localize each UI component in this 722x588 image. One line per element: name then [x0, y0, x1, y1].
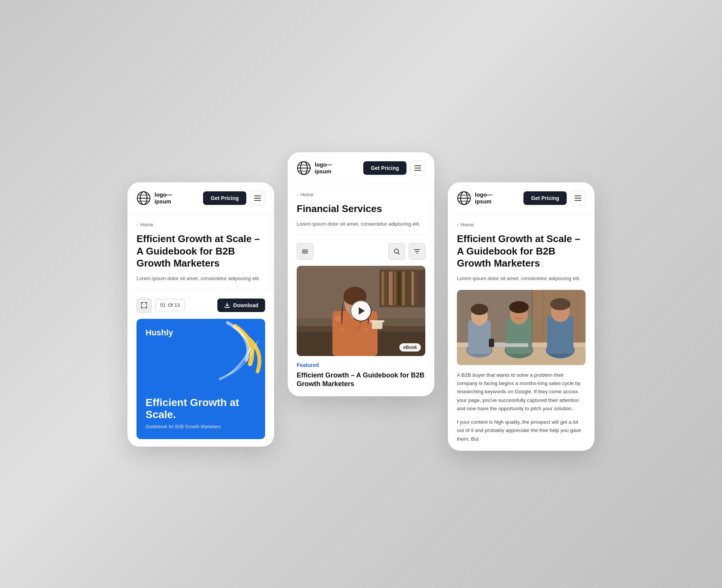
pricing-button-2[interactable]: Get Pricing: [363, 161, 407, 175]
logo-text-3: logo— ipsum: [475, 191, 493, 205]
logo-text-2: logo— ipsum: [315, 161, 332, 175]
search-button[interactable]: [388, 243, 405, 260]
logo-text-1: logo— ipsum: [155, 191, 172, 205]
play-button[interactable]: [350, 300, 372, 321]
expand-icon-1: [141, 302, 147, 308]
article-paragraph-2: f your content is high quality, the pros…: [457, 418, 585, 443]
filter-icon: [414, 248, 420, 255]
globe-icon-3: [457, 191, 471, 205]
phone-2: logo— ipsum Get Pricing ‹ Home Financial…: [288, 152, 434, 396]
ebook-badge: eBook: [399, 343, 421, 352]
chevron-icon-3: ‹: [457, 222, 458, 227]
video-overlay: [297, 266, 425, 356]
page-title-3: Efficient Growth at Scale – A Guidebook …: [457, 233, 585, 270]
page-title-1: Efficient Growth at Scale – A Guidebook …: [137, 233, 265, 270]
download-icon-1: [224, 302, 230, 308]
list-icon: [302, 248, 308, 255]
page-description-2: Lorem ipsum dolor sit amet, consectetur …: [297, 220, 425, 228]
toolbar-1: 01 Of 13 Download: [137, 298, 265, 313]
globe-icon-1: [137, 191, 151, 205]
hamburger-icon-3: [575, 195, 581, 201]
article-paragraph-1: A B2B buyer that wants to solve a proble…: [457, 371, 585, 413]
phones-container: logo— ipsum Get Pricing ‹ Home Efficient…: [127, 137, 595, 451]
svg-point-60: [471, 304, 488, 315]
phone1-content: ‹ Home Efficient Growth at Scale – A Gui…: [127, 214, 274, 447]
search-icon: [393, 248, 400, 255]
divider-1: [127, 290, 274, 290]
menu-button-1[interactable]: [250, 191, 265, 206]
header-right-1: Get Pricing: [203, 191, 265, 206]
header-right-3: Get Pricing: [523, 191, 585, 206]
pricing-button-3[interactable]: Get Pricing: [523, 191, 567, 205]
breadcrumb-home-1: Home: [140, 222, 153, 227]
phone-1: logo— ipsum Get Pricing ‹ Home Efficient…: [127, 182, 274, 447]
phone-3: logo— ipsum Get Pricing ‹ Home Efficient…: [448, 182, 595, 451]
page-description-1: Lorem ipsum dolor sit amet, consectetur …: [137, 275, 265, 282]
page-of-label-1: Of 13: [168, 302, 180, 308]
download-button-1[interactable]: Download: [217, 299, 265, 312]
svg-point-13: [394, 249, 399, 253]
breadcrumb-2: ‹ Home: [297, 192, 425, 197]
header-right-2: Get Pricing: [363, 161, 425, 176]
chevron-icon-1: ‹: [137, 222, 138, 227]
card-title-2: Efficient Growth – A Guidebook for B2B G…: [297, 371, 425, 389]
menu-button-3[interactable]: [570, 191, 585, 206]
book-brand: Hushly: [146, 328, 256, 338]
svg-rect-69: [489, 339, 494, 347]
book-subtitle: Guidebook for B2B Growth Marketers: [146, 424, 256, 430]
chevron-icon-2: ‹: [297, 192, 298, 197]
phone3-content: ‹ Home Efficient Growth at Scale – A Gui…: [448, 214, 595, 451]
phone2-content: ‹ Home Financial Services Lorem ipsum do…: [288, 184, 434, 396]
expand-button-1[interactable]: [137, 298, 152, 313]
phone3-header: logo— ipsum Get Pricing: [448, 182, 595, 214]
svg-point-64: [509, 301, 529, 313]
hamburger-icon-1: [254, 195, 261, 201]
filter-bar-2: [297, 235, 425, 260]
page-counter-1: 01 Of 13: [155, 299, 185, 311]
globe-icon-2: [297, 161, 311, 175]
book-cover-1: Hushly Efficient Growth at Scale. Guideb…: [137, 319, 265, 439]
logo-area-3: logo— ipsum: [457, 191, 493, 205]
svg-rect-70: [494, 343, 528, 347]
phone2-header: logo— ipsum Get Pricing: [288, 152, 434, 184]
hamburger-icon-2: [414, 165, 421, 171]
featured-label: Featured: [297, 362, 425, 368]
page-description-3: Lorem ipsum dolor sit amet, consectetur …: [457, 275, 585, 282]
phone1-header: logo— ipsum Get Pricing: [127, 182, 274, 214]
video-card: eBook: [297, 266, 425, 356]
play-triangle-icon: [359, 307, 365, 315]
list-view-button[interactable]: [297, 243, 313, 260]
pricing-button-1[interactable]: Get Pricing: [203, 191, 246, 205]
article-photo-sim: [457, 290, 585, 365]
article-body: A B2B buyer that wants to solve a proble…: [457, 371, 585, 443]
logo-area-1: logo— ipsum: [137, 191, 172, 205]
breadcrumb-home-3: Home: [461, 222, 474, 227]
svg-point-68: [550, 298, 570, 310]
menu-button-2[interactable]: [410, 161, 425, 176]
page-title-2: Financial Services: [297, 203, 425, 215]
book-title: Efficient Growth at Scale.: [146, 397, 256, 421]
page-current-1: 01: [160, 302, 165, 308]
article-image: [457, 290, 585, 365]
svg-line-14: [398, 253, 400, 254]
logo-area-2: logo— ipsum: [297, 161, 332, 175]
filter-button[interactable]: [409, 243, 425, 260]
breadcrumb-1: ‹ Home: [137, 222, 265, 227]
breadcrumb-3: ‹ Home: [457, 222, 585, 227]
breadcrumb-home-2: Home: [300, 192, 314, 197]
